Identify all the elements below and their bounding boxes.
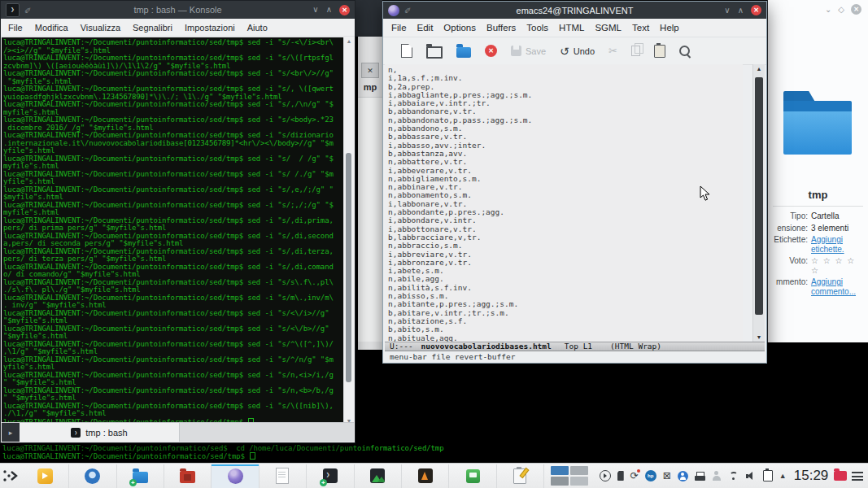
task-red-folder-app[interactable] <box>164 464 212 488</box>
printer-icon[interactable] <box>695 472 705 481</box>
desktop-2[interactable] <box>570 466 588 475</box>
terminal-line: . inv/g" "$myfile"s.html <box>3 302 346 310</box>
accessibility-icon[interactable] <box>678 471 688 481</box>
save-button[interactable]: Save <box>511 46 546 56</box>
menu-item[interactable]: Help <box>660 23 679 33</box>
konsole-titlebar[interactable]: tmp : bash — Konsole ∨ ∧ ✕ <box>1 1 355 19</box>
hp-device-icon[interactable]: hp <box>645 470 656 481</box>
terminal-line: luca@TRINGALINVENT:~/Documenti/puntoinfo… <box>3 132 346 140</box>
task-dolphin[interactable] <box>117 464 164 488</box>
menu-item[interactable]: Aiuto <box>247 23 268 33</box>
scrollbar[interactable]: ▲ ▼ <box>343 37 354 425</box>
volume-icon[interactable] <box>746 472 757 481</box>
device-notifier-icon[interactable] <box>617 471 624 481</box>
task-green-app[interactable] <box>449 464 496 488</box>
task-konsole[interactable] <box>307 464 354 488</box>
menu-item[interactable]: Edit <box>417 23 434 33</box>
menu-item[interactable]: Buffers <box>486 23 516 33</box>
media-player-tray-icon[interactable] <box>600 470 611 481</box>
panel-settings-icon[interactable] <box>852 472 863 481</box>
menu-item[interactable]: Tools <box>526 23 548 33</box>
scrollbar-thumb[interactable] <box>346 153 351 382</box>
task-chromium[interactable] <box>69 464 116 488</box>
maximize-icon[interactable]: ∧ <box>326 6 332 14</box>
tab-list-button[interactable]: ▸ <box>2 423 20 442</box>
menu-item[interactable]: Segnalibri <box>133 23 172 33</box>
cut-button[interactable]: ✂ <box>608 45 617 57</box>
desktop-1-active[interactable] <box>551 466 569 475</box>
open-file-button[interactable] <box>426 44 443 59</box>
scroll-down-icon[interactable]: ▼ <box>753 334 765 340</box>
close-icon[interactable]: ✕ <box>361 63 379 78</box>
task-text-file-app[interactable] <box>260 464 307 488</box>
emacs-titlebar[interactable]: emacs24@TRINGALINVENT ∨ ∧ ✕ <box>383 2 766 19</box>
desktop-4[interactable] <box>570 477 588 486</box>
menu-item[interactable]: HTML <box>559 23 584 33</box>
wifi-icon[interactable] <box>728 472 739 481</box>
terminal-line: luca@TRINGALINVENT:~/Documenti/puntoinfo… <box>3 101 346 109</box>
task-media-player[interactable] <box>402 464 449 488</box>
task-plasma-app[interactable] <box>22 464 69 488</box>
maximize-icon[interactable]: ◇ <box>838 6 844 14</box>
menu-item[interactable]: File <box>391 23 407 33</box>
buffer-line: i,abbreviare,v.tr. <box>388 251 743 259</box>
new-file-button[interactable] <box>401 44 412 58</box>
minimize-icon[interactable]: ∨ <box>724 7 730 15</box>
terminal-line: luca@TRINGALINVENT:~/Documenti/puntoinfo… <box>2 452 865 460</box>
property-link[interactable]: Aggiungi etichette. <box>811 235 865 254</box>
close-icon: ✕ <box>485 45 497 57</box>
task-notes-app[interactable] <box>497 464 544 488</box>
plus-badge-icon <box>129 479 137 486</box>
pin-icon[interactable] <box>24 7 33 13</box>
clipboard-tray-icon[interactable] <box>763 470 773 481</box>
folder-name: tmp <box>768 189 868 201</box>
menu-item[interactable]: SGML <box>595 23 622 33</box>
tab-tmp-bash[interactable]: tmp : bash <box>20 423 180 442</box>
search-button[interactable] <box>679 46 693 56</box>
menu-item[interactable]: Visualizza <box>81 23 120 33</box>
pin-icon[interactable] <box>403 7 412 13</box>
property-link[interactable]: Aggiungi commento... <box>811 277 865 296</box>
menu-item[interactable]: File <box>8 23 23 33</box>
emacs-buffer[interactable]: n,i,1a,s.f.;m.inv.b,2a,prep.i,abbagliant… <box>385 64 743 342</box>
user-offline-icon[interactable] <box>712 471 722 481</box>
menu-item[interactable]: Options <box>443 23 476 33</box>
menu-item[interactable]: Impostazioni <box>185 23 235 33</box>
emacs-echo-area: menu-bar file revert-buffer <box>385 351 765 362</box>
scroll-up-icon[interactable]: ▲ <box>344 38 354 44</box>
scrollbar[interactable]: ▲ ▼ <box>752 64 765 342</box>
menu-item[interactable]: Modifica <box>35 23 68 33</box>
task-emacs[interactable] <box>212 464 259 488</box>
task-image-viewer[interactable] <box>355 464 402 488</box>
buffer-line: i,labbonare,v.tr. <box>388 200 743 208</box>
scroll-up-icon[interactable]: ▲ <box>753 66 765 72</box>
close-icon[interactable]: ✕ <box>339 5 350 15</box>
close-buffer-button[interactable]: ✕ <box>485 45 497 57</box>
updates-icon[interactable]: ⟳ <box>630 470 639 481</box>
copy-button[interactable] <box>631 46 640 56</box>
terminal-output[interactable]: luca@TRINGALINVENT:~/Documenti/puntoinfo… <box>2 37 346 425</box>
desktop-3[interactable] <box>551 477 569 486</box>
undo-button[interactable]: ↺ Undo <box>560 46 595 57</box>
app-launcher-button[interactable] <box>0 464 22 488</box>
close-icon[interactable]: ✕ <box>751 5 761 15</box>
screenshot-icon[interactable]: ⊠ <box>663 470 671 481</box>
virtual-desktop-pager[interactable] <box>551 466 588 486</box>
close-icon[interactable]: ✕ <box>851 4 861 15</box>
terminal-line: luca@TRINGALINVENT:~/Documenti/puntoinfo… <box>3 356 346 364</box>
scrollbar-thumb[interactable] <box>755 77 763 315</box>
window-gap <box>355 0 382 37</box>
dired-button[interactable] <box>456 45 471 58</box>
menu-item[interactable]: Text <box>632 23 649 33</box>
expand-tray-icon[interactable]: ▲ <box>779 472 787 480</box>
minimize-icon[interactable]: ∨ <box>312 6 318 14</box>
emacs-globe-icon <box>228 468 243 484</box>
background-window-tab[interactable]: mp <box>358 82 382 92</box>
minimize-icon[interactable]: ⌄ <box>825 6 831 14</box>
paste-button[interactable] <box>654 45 665 58</box>
maximize-icon[interactable]: ∧ <box>738 7 744 15</box>
red-folder-tray-icon[interactable] <box>834 471 847 481</box>
clock[interactable]: 15:29 <box>794 468 829 484</box>
buffer-line: n,abbattere,v.tr. <box>388 158 743 166</box>
terminal-line: "$myfile"s.html <box>3 333 346 341</box>
